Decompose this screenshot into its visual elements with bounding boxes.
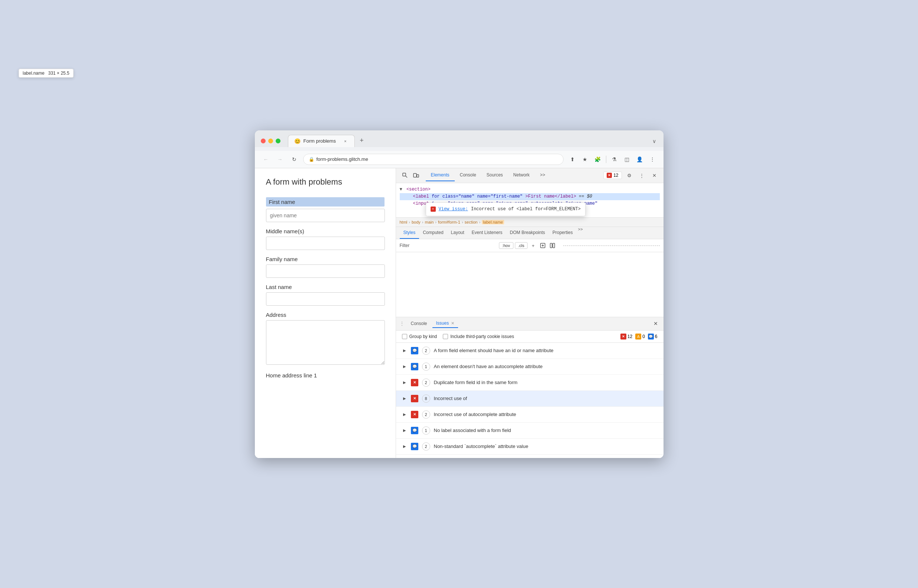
filter-placeholder: Filter <box>400 243 496 248</box>
issue-expand-arrow[interactable]: ▶ <box>402 428 407 433</box>
family-name-label: Family name <box>266 256 385 262</box>
address-bar: ← → ↻ 🔒 form-problems.glitch.me ⬆ ★ 🧩 ⚗ … <box>255 151 664 168</box>
styles-tab-properties[interactable]: Properties <box>549 227 577 239</box>
issue-text: An element doesn't have an autocomplete … <box>434 363 658 369</box>
issue-expand-arrow[interactable]: ▶ <box>402 348 407 353</box>
issue-expand-arrow[interactable]: ▶ <box>402 364 407 369</box>
inspect-element-icon[interactable] <box>400 170 410 181</box>
reload-button[interactable]: ↻ <box>289 154 299 165</box>
browser-tab-active[interactable]: 😊 Form problems × <box>288 135 355 147</box>
computed-styles-icon[interactable] <box>548 241 556 250</box>
issue-expand-arrow[interactable]: ▶ <box>402 396 407 401</box>
lock-icon: 🔒 <box>309 157 314 162</box>
family-name-field: Family name <box>266 256 385 278</box>
issue-text: No label associated with a form field <box>434 428 658 433</box>
tab-more[interactable]: >> <box>535 170 551 181</box>
lab-icon[interactable]: ⚗ <box>609 154 620 165</box>
tab-close-button[interactable]: × <box>343 138 349 144</box>
back-button[interactable]: ← <box>261 154 271 165</box>
more-menu-icon[interactable]: ⋮ <box>647 154 658 165</box>
issue-item[interactable]: ▶ 💬 2 Non-standard `autocomplete` attrib… <box>396 439 664 455</box>
issue-type-icon: ✕ <box>411 411 418 418</box>
third-party-box[interactable] <box>443 334 448 339</box>
issue-count: 2 <box>422 378 430 387</box>
bc-label[interactable]: label.name <box>482 220 504 225</box>
minimize-button[interactable] <box>268 139 273 144</box>
sidebar-icon[interactable]: ◫ <box>622 154 632 165</box>
first-name-input[interactable] <box>266 209 385 222</box>
fullscreen-button[interactable] <box>276 139 281 144</box>
styles-tab-event-listeners[interactable]: Event Listeners <box>468 227 506 239</box>
issue-type-icon: ✕ <box>411 395 418 402</box>
issue-item[interactable]: ▶ 💬 1 No label associated with a form fi… <box>396 423 664 439</box>
issue-text: Non-standard `autocomplete` attribute va… <box>434 444 658 449</box>
tooltip-error-icon: ✕ <box>431 207 436 212</box>
family-name-input[interactable] <box>266 265 385 278</box>
address-textarea[interactable] <box>266 320 385 365</box>
cls-filter-btn[interactable]: .cls <box>515 242 528 249</box>
bookmark-icon[interactable]: ★ <box>580 154 590 165</box>
settings-icon[interactable]: ⚙ <box>624 170 635 181</box>
styles-tab-more[interactable]: >> <box>578 227 583 239</box>
new-style-rule-icon[interactable] <box>539 241 547 250</box>
issues-tab-close[interactable]: ✕ <box>451 321 454 325</box>
styles-tab-computed[interactable]: Computed <box>419 227 447 239</box>
address-input[interactable]: 🔒 form-problems.glitch.me <box>303 154 564 165</box>
issue-item[interactable]: ▶ 💬 2 A form field element should have a… <box>396 343 664 359</box>
issue-item[interactable]: ▶ ✕ 8 Incorrect use of <box>396 391 664 407</box>
third-party-label: Include third-party cookie issues <box>450 334 514 339</box>
svg-rect-3 <box>417 174 419 177</box>
bc-section[interactable]: section <box>465 220 478 225</box>
bottom-tab-issues[interactable]: Issues ✕ <box>432 319 458 328</box>
bc-body[interactable]: body <box>412 220 420 225</box>
error-count-badge[interactable]: ✕ 12 <box>603 171 622 179</box>
hover-filter-btn[interactable]: :hov <box>499 242 514 249</box>
issue-item[interactable]: ▶ 💬 1 An element doesn't have an autocom… <box>396 359 664 375</box>
tab-console[interactable]: Console <box>455 170 482 181</box>
issue-text: A form field element should have an id o… <box>434 348 658 353</box>
issue-item[interactable]: ▶ ✕ 2 Incorrect use of autocomplete attr… <box>396 407 664 423</box>
add-style-icon[interactable]: + <box>529 241 537 250</box>
bc-main[interactable]: main <box>425 220 433 225</box>
user-icon[interactable]: 👤 <box>635 154 645 165</box>
view-issue-link[interactable]: View issue: <box>439 206 468 213</box>
tooltip-issue-text: Incorrect use of <label for=FORM_ELEMENT… <box>471 206 581 213</box>
forward-button[interactable]: → <box>275 154 285 165</box>
issue-text: Incorrect use of autocomplete attribute <box>434 412 658 417</box>
tab-elements[interactable]: Elements <box>426 170 455 181</box>
bc-sep-2: › <box>422 220 423 225</box>
bc-html[interactable]: html <box>400 220 407 225</box>
extensions-icon[interactable]: 🧩 <box>593 154 603 165</box>
device-toolbar-icon[interactable] <box>411 170 421 181</box>
issues-toolbar: Group by kind Include third-party cookie… <box>396 331 664 343</box>
styles-tab-dom-breakpoints[interactable]: DOM Breakpoints <box>506 227 549 239</box>
warning-badge: ⚠ 0 <box>635 334 645 339</box>
group-by-kind-checkbox[interactable]: Group by kind <box>402 334 437 339</box>
more-options-icon[interactable]: ⋮ <box>637 170 647 181</box>
tab-network[interactable]: Network <box>508 170 535 181</box>
devtools-toolbar: Elements Console Sources Network >> ✕ 12… <box>396 168 664 183</box>
close-devtools-icon[interactable]: ✕ <box>650 170 660 181</box>
styles-tab-layout[interactable]: Layout <box>447 227 468 239</box>
last-name-input[interactable] <box>266 292 385 306</box>
issue-item[interactable]: ▶ ✕ 2 Duplicate form field id in the sam… <box>396 375 664 391</box>
middle-name-field: Middle name(s) <box>266 228 385 250</box>
new-tab-button[interactable]: + <box>356 135 367 146</box>
tab-bar: 😊 Form problems × + ∨ <box>288 135 658 147</box>
middle-name-input[interactable] <box>266 237 385 250</box>
issue-text: Incorrect use of <box>434 396 658 401</box>
issue-expand-arrow[interactable]: ▶ <box>402 380 407 385</box>
bottom-panel-close[interactable]: ✕ <box>651 320 660 328</box>
tab-expand-button[interactable]: ∨ <box>652 138 656 147</box>
issue-expand-arrow[interactable]: ▶ <box>402 412 407 417</box>
tab-sources[interactable]: Sources <box>482 170 508 181</box>
bc-form[interactable]: form#form-1 <box>438 220 460 225</box>
bottom-panel: ⋮ Console Issues ✕ ✕ Group by kind <box>396 317 664 458</box>
group-by-kind-box[interactable] <box>402 334 407 339</box>
issue-expand-arrow[interactable]: ▶ <box>402 444 407 449</box>
close-button[interactable] <box>261 139 266 144</box>
share-icon[interactable]: ⬆ <box>567 154 578 165</box>
styles-tab-styles[interactable]: Styles <box>400 227 419 239</box>
third-party-checkbox[interactable]: Include third-party cookie issues <box>443 334 514 339</box>
bottom-tab-console[interactable]: Console <box>407 320 431 328</box>
